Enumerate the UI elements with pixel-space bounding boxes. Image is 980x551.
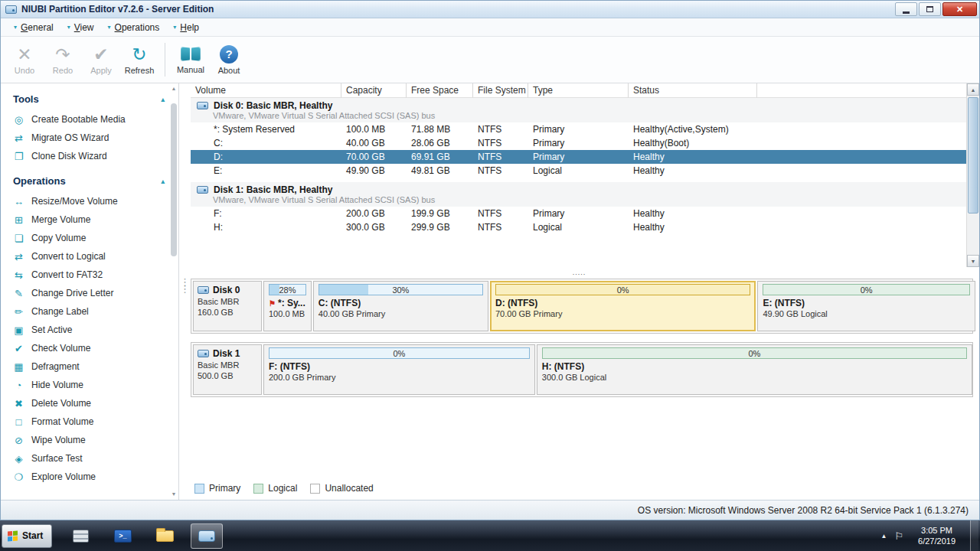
desktop: NIUBI Partition Editor v7.2.6 - Server E… <box>0 0 980 551</box>
volume-row[interactable]: C:40.00 GB28.06 GBNTFSPrimaryHealthy(Boo… <box>191 136 966 150</box>
column-header-volume[interactable]: Volume <box>191 83 341 98</box>
scroll-up-icon[interactable]: ▲ <box>967 83 979 96</box>
delete-volume-icon: ✖ <box>13 398 24 409</box>
sidebar-item-surface-test[interactable]: ◈Surface Test <box>13 449 165 468</box>
sidebar-item-format-volume[interactable]: □Format Volume <box>13 412 165 431</box>
menu-view[interactable]: ▾View <box>60 21 101 34</box>
close-button[interactable]: ✕ <box>942 2 977 16</box>
sidebar-item-set-active[interactable]: ▣Set Active <box>13 321 165 339</box>
menu-operations[interactable]: ▾Operations <box>101 21 167 34</box>
sidebar-item-change-drive-letter[interactable]: ✎Change Drive Letter <box>13 284 165 302</box>
redo-button[interactable]: ↷Redo <box>44 39 82 80</box>
column-header-status[interactable]: Status <box>629 83 757 98</box>
column-header-type[interactable]: Type <box>528 83 629 98</box>
cell-volume: D: <box>191 150 341 164</box>
column-header-file-system[interactable]: File System <box>473 83 528 98</box>
cell-volume: *: System Reserved <box>191 122 341 136</box>
change-drive-letter-icon: ✎ <box>13 288 24 299</box>
scroll-down-icon[interactable]: ▼ <box>967 255 979 267</box>
partition-block[interactable]: 0%F: (NTFS)200.0 GB Primary <box>263 344 535 395</box>
taskbar-app-powershell[interactable]: >_ <box>106 523 139 549</box>
refresh-button[interactable]: ↻Refresh <box>120 39 158 80</box>
sidebar-item-create-bootable-media[interactable]: ◎Create Bootable Media <box>13 110 165 129</box>
menu-label: View <box>74 22 94 33</box>
sidebar-item-wipe-volume[interactable]: ⊘Wipe Volume <box>13 431 165 449</box>
partition-block[interactable]: 0%D: (NTFS)70.00 GB Primary <box>490 281 756 331</box>
about-button[interactable]: ?About <box>210 39 248 80</box>
volume-row[interactable]: E:49.90 GB49.81 GBNTFSLogicalHealthy <box>191 164 966 178</box>
clock-date: 6/27/2019 <box>918 536 956 546</box>
cell-free-space: 69.91 GB <box>407 150 473 164</box>
apply-button[interactable]: ✔Apply <box>82 39 120 80</box>
menu-general[interactable]: ▾General <box>7 21 60 34</box>
cell-filler <box>757 164 966 178</box>
column-header-capacity[interactable]: Capacity <box>341 83 407 98</box>
volume-row[interactable]: *: System Reserved100.0 MB71.88 MBNTFSPr… <box>191 122 966 136</box>
sidebar-section-header[interactable]: Operations▴ <box>13 171 165 192</box>
column-header-free-space[interactable]: Free Space <box>407 83 473 98</box>
sidebar-item-copy-volume[interactable]: ❏Copy Volume <box>13 229 165 247</box>
manual-icon <box>180 45 201 63</box>
scroll-down-icon[interactable]: ▼ <box>170 491 178 498</box>
sidebar-section-tools: Tools▴◎Create Bootable Media⇄Migrate OS … <box>13 90 165 165</box>
taskbar-app-niubi-partition-editor[interactable] <box>191 523 223 549</box>
volume-row[interactable]: D:70.00 GB69.91 GBNTFSPrimaryHealthy <box>191 150 966 164</box>
sidebar-item-clone-disk-wizard[interactable]: ❐Clone Disk Wizard <box>13 147 165 165</box>
disk-info[interactable]: Disk 1Basic MBR500.0 GB <box>193 344 262 395</box>
cell-capacity: 70.00 GB <box>341 150 407 164</box>
volume-row[interactable]: F:200.0 GB199.9 GBNTFSPrimaryHealthy <box>191 207 966 220</box>
cell-free-space: 199.9 GB <box>407 207 473 220</box>
show-desktop-button[interactable] <box>970 520 978 551</box>
sidebar-item-migrate-os-wizard[interactable]: ⇄Migrate OS Wizard <box>13 129 165 147</box>
refresh-icon: ↻ <box>132 45 146 64</box>
volume-row[interactable]: H:300.0 GB299.9 GBNTFSLogicalHealthy <box>191 220 966 234</box>
partition-block[interactable]: 0%E: (NTFS)49.90 GB Logical <box>757 281 975 331</box>
scroll-up-icon[interactable]: ▲ <box>170 85 178 93</box>
sidebar-item-convert-to-fat32[interactable]: ⇆Convert to FAT32 <box>13 266 165 284</box>
partition-size: 300.0 GB Logical <box>542 373 967 382</box>
manual-button[interactable]: Manual <box>172 39 210 80</box>
sidebar-scrollbar-thumb[interactable] <box>171 103 177 256</box>
disk-group-header[interactable]: Disk 1: Basic MBR, Healthy <box>191 182 966 195</box>
sidebar-section-header[interactable]: Tools▴ <box>13 90 165 110</box>
apply-icon: ✔ <box>93 45 108 64</box>
partition-block[interactable]: 0%H: (NTFS)300.0 GB Logical <box>537 344 972 395</box>
disk-group-header[interactable]: Disk 0: Basic MBR, Healthy <box>191 98 966 111</box>
partition-size: 100.0 MB <box>269 309 306 318</box>
maximize-button[interactable] <box>919 2 941 16</box>
cell-file-system: NTFS <box>473 122 528 136</box>
table-scrollbar[interactable]: ▲ ▼ <box>966 83 979 267</box>
sidebar-item-merge-volume[interactable]: ⊞Merge Volume <box>13 210 165 229</box>
sidebar-item-change-label[interactable]: ✏Change Label <box>13 302 165 321</box>
sidebar-item-resize-move-volume[interactable]: ↔Resize/Move Volume <box>13 192 165 210</box>
taskbar-app-server-manager[interactable] <box>64 523 96 549</box>
sidebar-scrollbar[interactable]: ▲ ▼ <box>170 85 178 498</box>
sidebar-item-convert-to-logical[interactable]: ⇄Convert to Logical <box>13 247 165 266</box>
cell-capacity: 300.0 GB <box>341 220 407 234</box>
undo-button[interactable]: ✕Undo <box>5 39 44 80</box>
taskbar-app-file-explorer[interactable] <box>149 523 181 549</box>
disk-name: Disk 1 <box>213 348 240 359</box>
partition-block[interactable]: 30%C: (NTFS)40.00 GB Primary <box>313 281 488 331</box>
sidebar-item-delete-volume[interactable]: ✖Delete Volume <box>13 394 165 412</box>
start-label: Start <box>22 530 43 541</box>
sidebar-item-defragment[interactable]: ▦Defragment <box>13 357 165 376</box>
disk-map-row: Disk 0Basic MBR160.0 GB28%⚑*: Sy...100.0… <box>191 279 973 334</box>
start-button[interactable]: Start <box>2 524 52 548</box>
partition-block[interactable]: 28%⚑*: Sy...100.0 MB <box>263 281 312 331</box>
tray-expand-icon[interactable]: ▲ <box>880 533 887 540</box>
minimize-button[interactable] <box>895 2 917 16</box>
sidebar-item-explore-volume[interactable]: ❍Explore Volume <box>13 468 165 486</box>
boot-flag-icon: ⚑ <box>269 299 276 308</box>
sidebar-item-hide-volume[interactable]: ◔Hide Volume <box>13 376 165 394</box>
partition-label: D: (NTFS) <box>495 298 750 308</box>
disk-info[interactable]: Disk 0Basic MBR160.0 GB <box>193 281 262 331</box>
action-center-flag-icon[interactable]: ⚐ <box>894 530 903 542</box>
table-map-splitter[interactable]: ..... <box>179 267 979 277</box>
menu-help[interactable]: ▾Help <box>166 21 206 34</box>
panel-splitter[interactable]: ⋮⋮ <box>180 279 189 292</box>
table-scrollbar-thumb[interactable] <box>968 97 978 214</box>
sidebar-item-check-volume[interactable]: ✔Check Volume <box>13 339 165 357</box>
explore-volume-icon: ❍ <box>13 471 24 483</box>
taskbar-clock[interactable]: 3:05 PM 6/27/2019 <box>911 525 962 546</box>
